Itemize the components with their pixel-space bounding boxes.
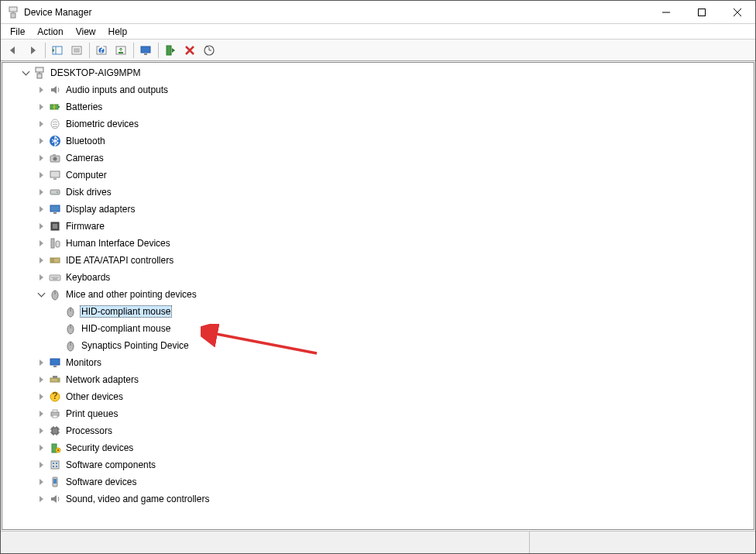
- security-icon: [49, 442, 61, 454]
- svg-rect-70: [52, 428, 58, 434]
- chevron-right-icon[interactable]: [35, 237, 47, 249]
- expander-spacer: [50, 322, 63, 335]
- network-icon: [49, 373, 61, 386]
- tree-category[interactable]: Processors: [2, 422, 754, 439]
- tree-category[interactable]: Keyboards: [2, 269, 754, 286]
- tree-root[interactable]: DESKTOP-AIG9MPM: [2, 64, 754, 81]
- window-controls: [648, 1, 755, 23]
- tree-category[interactable]: IDE ATA/ATAPI controllers: [2, 252, 754, 269]
- tree-category[interactable]: Batteries: [2, 98, 754, 115]
- tree-category[interactable]: Bluetooth: [2, 132, 754, 150]
- tree-category[interactable]: Audio inputs and outputs: [2, 81, 754, 98]
- device-tree[interactable]: DESKTOP-AIG9MPM Audio inputs and outputs…: [2, 63, 754, 529]
- chevron-right-icon[interactable]: [35, 408, 47, 420]
- chevron-right-icon[interactable]: [35, 169, 47, 181]
- tree-category[interactable]: Software devices: [2, 473, 754, 490]
- expander-spacer: [50, 305, 63, 318]
- svg-rect-61: [53, 366, 57, 367]
- chevron-right-icon[interactable]: [35, 425, 47, 437]
- bluetooth-icon: [49, 135, 61, 147]
- svg-text:?: ?: [98, 44, 104, 55]
- chevron-right-icon[interactable]: [35, 254, 47, 267]
- other-icon: ?: [49, 391, 61, 403]
- chevron-right-icon[interactable]: [35, 356, 47, 369]
- svg-rect-63: [53, 376, 57, 378]
- tree-category-label: Monitors: [64, 356, 103, 369]
- svg-rect-1: [11, 13, 15, 18]
- tree-category[interactable]: Display adapters: [2, 201, 754, 218]
- chevron-right-icon[interactable]: [35, 152, 47, 164]
- chevron-right-icon[interactable]: [35, 220, 47, 232]
- computer-icon: [49, 169, 61, 181]
- help-button[interactable]: ?: [92, 41, 111, 60]
- scan-hardware-button[interactable]: [200, 41, 218, 60]
- chevron-right-icon[interactable]: [35, 186, 47, 198]
- svg-rect-19: [144, 53, 147, 55]
- menu-view[interactable]: View: [70, 25, 102, 39]
- uninstall-monitor-button[interactable]: [136, 41, 155, 60]
- tree-category-label: Security devices: [64, 442, 135, 454]
- svg-text:?: ?: [52, 391, 57, 401]
- tree-category[interactable]: Sound, video and game controllers: [2, 490, 754, 508]
- maximize-button[interactable]: [684, 1, 720, 23]
- svg-rect-69: [53, 415, 57, 418]
- update-driver-button[interactable]: [112, 41, 130, 60]
- tree-device[interactable]: Synaptics Pointing Device: [2, 337, 754, 354]
- tree-category[interactable]: Network adapters: [2, 371, 754, 388]
- content-area: DESKTOP-AIG9MPM Audio inputs and outputs…: [2, 62, 754, 530]
- app-icon: [7, 6, 19, 19]
- enable-device-button[interactable]: [161, 41, 180, 60]
- tree-category[interactable]: Firmware: [2, 218, 754, 235]
- tree-category[interactable]: Human Interface Devices: [2, 235, 754, 252]
- svg-rect-36: [50, 205, 60, 212]
- chevron-right-icon[interactable]: [35, 459, 47, 471]
- tree-category[interactable]: Computer: [2, 167, 754, 184]
- statusbar: [1, 531, 755, 553]
- tree-category[interactable]: Monitors: [2, 354, 754, 371]
- back-button[interactable]: [4, 41, 22, 60]
- tree-category[interactable]: Disk drives: [2, 184, 754, 201]
- menu-file[interactable]: File: [4, 25, 31, 39]
- tree-category[interactable]: ? Other devices: [2, 388, 754, 405]
- disable-device-button[interactable]: [180, 41, 199, 60]
- tree-category-label: Bluetooth: [64, 135, 107, 147]
- chevron-right-icon[interactable]: [35, 391, 47, 403]
- tree-category[interactable]: Print queues: [2, 405, 754, 422]
- chevron-right-icon[interactable]: [35, 493, 47, 505]
- tree-category[interactable]: Software components: [2, 456, 754, 473]
- chevron-right-icon[interactable]: [35, 118, 47, 130]
- svg-rect-39: [53, 224, 57, 229]
- tree-category[interactable]: Cameras: [2, 150, 754, 167]
- svg-rect-23: [37, 74, 42, 78]
- chevron-right-icon[interactable]: [35, 373, 47, 386]
- tree-category-label: Display adapters: [64, 203, 136, 215]
- tree-category-label: Biometric devices: [64, 118, 140, 130]
- tree-device[interactable]: HID-compliant mouse: [2, 303, 754, 320]
- chevron-right-icon[interactable]: [35, 476, 47, 488]
- properties-button[interactable]: [67, 41, 86, 60]
- chevron-right-icon[interactable]: [35, 442, 47, 454]
- close-button[interactable]: [720, 1, 755, 23]
- chevron-right-icon[interactable]: [35, 84, 47, 96]
- minimize-button[interactable]: [648, 1, 684, 23]
- tree-category[interactable]: Security devices: [2, 439, 754, 456]
- menu-help[interactable]: Help: [102, 25, 134, 39]
- chevron-right-icon[interactable]: [35, 101, 47, 113]
- chevron-right-icon[interactable]: [35, 135, 47, 147]
- tree-category-label: IDE ATA/ATAPI controllers: [64, 254, 175, 267]
- chevron-down-icon[interactable]: [35, 288, 47, 301]
- menu-action[interactable]: Action: [31, 25, 69, 39]
- tree-category[interactable]: Mice and other pointing devices: [2, 286, 754, 303]
- chevron-right-icon[interactable]: [35, 271, 47, 284]
- chevron-down-icon[interactable]: [19, 67, 32, 79]
- show-hide-console-button[interactable]: [48, 41, 67, 60]
- forward-button[interactable]: [23, 41, 42, 60]
- chevron-right-icon[interactable]: [35, 203, 47, 215]
- expander-spacer: [50, 339, 63, 352]
- svg-rect-18: [141, 46, 150, 53]
- tree-category[interactable]: Biometric devices: [2, 115, 754, 132]
- svg-rect-33: [53, 178, 57, 180]
- svg-rect-4: [699, 9, 706, 15]
- svg-rect-68: [53, 410, 57, 412]
- tree-device[interactable]: HID-compliant mouse: [2, 320, 754, 337]
